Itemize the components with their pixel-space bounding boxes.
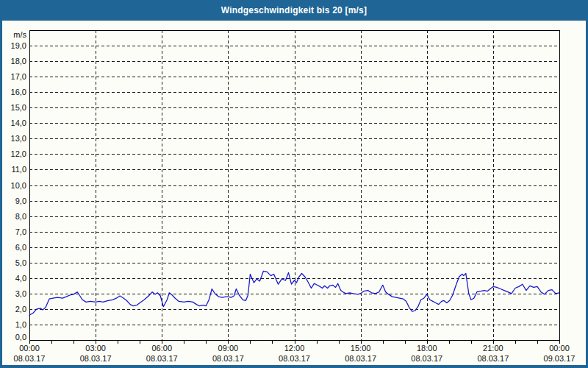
x-tick-time-label: 09:00 xyxy=(218,344,239,353)
y-tick-label: 14,0 xyxy=(11,118,26,127)
y-tick-label: 7,0 xyxy=(15,227,26,236)
wind-speed-chart: 0,01,02,03,04,05,06,07,08,09,010,011,012… xyxy=(0,0,588,368)
y-tick-label: 19,0 xyxy=(11,41,26,50)
x-tick-date-label: 08.03.17 xyxy=(477,354,509,363)
y-tick-label: 18,0 xyxy=(11,57,26,66)
chart-title-bar: Windgeschwindigkeit bis 20 [m/s] xyxy=(0,0,588,21)
y-tick-label: 3,0 xyxy=(15,289,26,298)
x-tick-time-label: 18:00 xyxy=(417,344,437,353)
x-tick-date-label: 08.03.17 xyxy=(146,354,178,363)
x-tick-date-label: 08.03.17 xyxy=(80,354,112,363)
x-tick-date-label: 08.03.17 xyxy=(14,354,46,363)
y-tick-label: 4,0 xyxy=(15,274,26,283)
x-tick-time-label: 03:00 xyxy=(85,344,106,353)
x-tick-date-label: 09.03.17 xyxy=(544,354,576,363)
y-axis-unit-label: m/s xyxy=(13,30,26,39)
x-tick-time-label: 00:00 xyxy=(19,344,40,353)
y-tick-label: 11,0 xyxy=(11,165,26,174)
x-tick-time-label: 06:00 xyxy=(151,344,172,353)
y-tick-label: 13,0 xyxy=(11,134,26,143)
y-tick-label: 6,0 xyxy=(15,243,26,252)
y-tick-label: 2,0 xyxy=(15,305,26,314)
x-tick-time-label: 21:00 xyxy=(483,344,503,353)
chart-window: Windgeschwindigkeit bis 20 [m/s] 0,01,02… xyxy=(0,0,588,368)
horizontal-gridlines xyxy=(29,46,559,325)
wind-speed-line xyxy=(29,271,559,315)
x-tick-date-label: 08.03.17 xyxy=(411,354,442,363)
x-tick-date-label: 08.03.17 xyxy=(345,354,376,363)
y-tick-label: 9,0 xyxy=(15,197,26,205)
y-tick-label: 10,0 xyxy=(11,181,26,190)
y-axis-labels: 0,01,02,03,04,05,06,07,08,09,010,011,012… xyxy=(11,30,27,342)
chart-title: Windgeschwindigkeit bis 20 [m/s] xyxy=(221,5,367,15)
x-tick-time-label: 00:00 xyxy=(549,344,570,353)
y-tick-label: 8,0 xyxy=(15,212,26,221)
y-tick-label: 16,0 xyxy=(11,88,26,96)
x-tick-time-label: 12:00 xyxy=(284,344,305,353)
x-tick-date-label: 08.03.17 xyxy=(212,354,244,363)
x-axis-labels: 00:0008.03.1703:0008.03.1706:0008.03.170… xyxy=(14,344,576,363)
y-tick-label: 1,0 xyxy=(15,320,26,329)
y-tick-label: 5,0 xyxy=(15,258,26,267)
y-tick-label: 12,0 xyxy=(11,149,26,158)
y-tick-label: 17,0 xyxy=(11,72,26,81)
x-tick-date-label: 08.03.17 xyxy=(279,354,310,363)
y-tick-label: 15,0 xyxy=(11,103,26,112)
y-tick-label: 0,0 xyxy=(15,333,26,342)
x-tick-time-label: 15:00 xyxy=(351,344,371,353)
